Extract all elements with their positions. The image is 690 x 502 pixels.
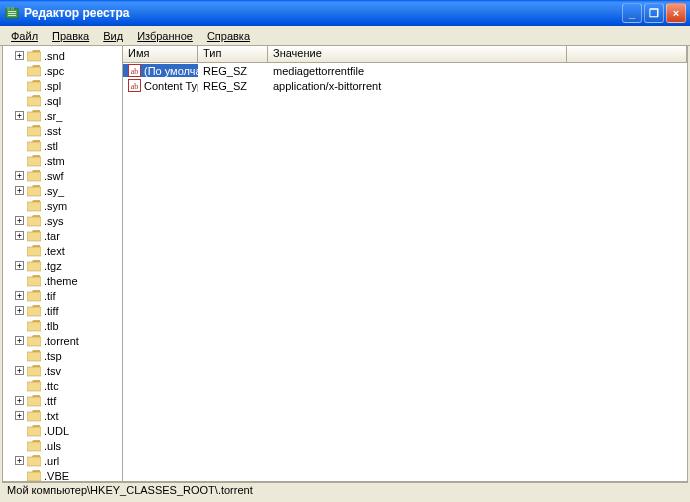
svg-rect-8 <box>27 82 41 91</box>
tree-node[interactable]: .stl <box>15 138 122 153</box>
menu-favorites[interactable]: Избранное <box>130 28 200 44</box>
svg-rect-3 <box>8 11 16 12</box>
cell-type: REG_SZ <box>198 65 268 77</box>
column-header-spacer[interactable] <box>567 46 687 62</box>
svg-rect-2 <box>11 7 14 10</box>
expand-toggle-icon[interactable]: + <box>15 51 24 60</box>
tree-node[interactable]: +.tar <box>15 228 122 243</box>
svg-rect-19 <box>27 247 41 256</box>
folder-icon <box>27 80 41 92</box>
svg-rect-14 <box>27 172 41 181</box>
close-button[interactable]: × <box>666 3 686 23</box>
expand-toggle-icon[interactable]: + <box>15 366 24 375</box>
cell-value: mediagettorrentfile <box>268 65 687 77</box>
svg-rect-28 <box>27 382 41 391</box>
tree-node[interactable]: +.tif <box>15 288 122 303</box>
svg-rect-5 <box>8 15 16 16</box>
tree-node[interactable]: .UDL <box>15 423 122 438</box>
menu-view[interactable]: Вид <box>96 28 130 44</box>
tree-node[interactable]: +.txt <box>15 408 122 423</box>
tree-node-label: .stm <box>44 155 65 167</box>
cell-name: ab(По умолчанию) <box>123 64 198 77</box>
folder-icon <box>27 335 41 347</box>
column-header-type[interactable]: Тип <box>198 46 268 62</box>
svg-rect-1 <box>7 7 10 10</box>
tree-node[interactable]: .sql <box>15 93 122 108</box>
tree-node[interactable]: +.tgz <box>15 258 122 273</box>
expand-toggle-icon[interactable]: + <box>15 111 24 120</box>
tree-node[interactable]: +.tsv <box>15 363 122 378</box>
svg-rect-17 <box>27 217 41 226</box>
tree-node-label: .spl <box>44 80 61 92</box>
expand-toggle-icon[interactable]: + <box>15 456 24 465</box>
expand-toggle-icon[interactable]: + <box>15 336 24 345</box>
tree-node-label: .stl <box>44 140 58 152</box>
tree-node-label: .ttc <box>44 380 59 392</box>
folder-icon <box>27 425 41 437</box>
tree-node[interactable]: .text <box>15 243 122 258</box>
tree-pane[interactable]: +.snd.spc.spl.sql+.sr_.sst.stl.stm+.swf+… <box>3 46 123 481</box>
tree-node[interactable]: +.tiff <box>15 303 122 318</box>
expand-toggle-icon[interactable]: + <box>15 171 24 180</box>
column-header-name[interactable]: Имя <box>123 46 198 62</box>
tree-node[interactable]: .tlb <box>15 318 122 333</box>
menu-help[interactable]: Справка <box>200 28 257 44</box>
value-name-label: Content Type <box>144 80 198 92</box>
svg-rect-4 <box>8 13 16 14</box>
tree-node[interactable]: +.ttf <box>15 393 122 408</box>
tree-node[interactable]: +.torrent <box>15 333 122 348</box>
column-header-value[interactable]: Значение <box>268 46 567 62</box>
folder-icon <box>27 125 41 137</box>
tree-node[interactable]: .sst <box>15 123 122 138</box>
tree-node-label: .VBE <box>44 470 69 482</box>
folder-icon <box>27 470 41 482</box>
titlebar[interactable]: Редактор реестра _ ❐ × <box>0 0 690 26</box>
svg-rect-31 <box>27 427 41 436</box>
tree-node[interactable]: +.sys <box>15 213 122 228</box>
tree-node[interactable]: .spl <box>15 78 122 93</box>
expand-toggle-icon[interactable]: + <box>15 216 24 225</box>
svg-rect-34 <box>27 472 41 481</box>
folder-icon <box>27 185 41 197</box>
list-row[interactable]: ab(По умолчанию)REG_SZmediagettorrentfil… <box>123 63 687 78</box>
expand-toggle-icon[interactable]: + <box>15 186 24 195</box>
maximize-button[interactable]: ❐ <box>644 3 664 23</box>
svg-rect-26 <box>27 352 41 361</box>
tree-node[interactable]: .tsp <box>15 348 122 363</box>
menu-file[interactable]: Файл <box>4 28 45 44</box>
value-name-label: (По умолчанию) <box>144 65 198 77</box>
tree-node-label: .txt <box>44 410 59 422</box>
tree-node[interactable]: .uls <box>15 438 122 453</box>
svg-rect-9 <box>27 97 41 106</box>
tree-node[interactable]: .spc <box>15 63 122 78</box>
expand-toggle-icon[interactable]: + <box>15 396 24 405</box>
list-row[interactable]: abContent TypeREG_SZapplication/x-bittor… <box>123 78 687 93</box>
list-body[interactable]: ab(По умолчанию)REG_SZmediagettorrentfil… <box>123 63 687 481</box>
expand-toggle-icon[interactable]: + <box>15 411 24 420</box>
tree-node[interactable]: +.url <box>15 453 122 468</box>
tree-node[interactable]: .ttc <box>15 378 122 393</box>
expand-toggle-icon[interactable]: + <box>15 261 24 270</box>
expand-toggle-icon[interactable]: + <box>15 231 24 240</box>
folder-icon <box>27 350 41 362</box>
folder-icon <box>27 380 41 392</box>
folder-icon <box>27 395 41 407</box>
menu-edit[interactable]: Правка <box>45 28 96 44</box>
tree-node[interactable]: .sym <box>15 198 122 213</box>
expand-toggle-icon[interactable]: + <box>15 306 24 315</box>
svg-text:ab: ab <box>131 67 139 76</box>
tree-node[interactable]: +.swf <box>15 168 122 183</box>
expand-toggle-icon[interactable]: + <box>15 291 24 300</box>
tree-node-label: .sys <box>44 215 64 227</box>
tree-node-label: .tlb <box>44 320 59 332</box>
folder-icon <box>27 140 41 152</box>
tree-node[interactable]: .theme <box>15 273 122 288</box>
minimize-button[interactable]: _ <box>622 3 642 23</box>
tree-node[interactable]: .VBE <box>15 468 122 481</box>
statusbar: Мой компьютер\HKEY_CLASSES_ROOT\.torrent <box>2 482 688 500</box>
tree-node[interactable]: +.sy_ <box>15 183 122 198</box>
svg-rect-25 <box>27 337 41 346</box>
tree-node[interactable]: +.sr_ <box>15 108 122 123</box>
tree-node[interactable]: +.snd <box>15 48 122 63</box>
tree-node[interactable]: .stm <box>15 153 122 168</box>
